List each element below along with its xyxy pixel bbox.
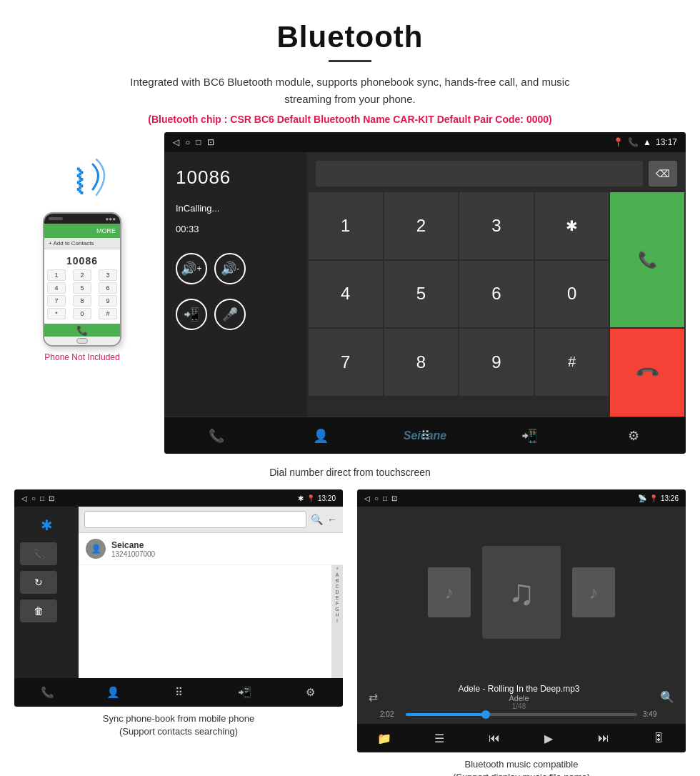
dial-key-0[interactable]: 0: [535, 261, 609, 328]
call-end-button[interactable]: 📞: [610, 329, 684, 417]
phone-add-contact: + Add to Contacts: [44, 238, 120, 249]
dialpad-input-row: ⌫: [307, 152, 686, 192]
bottom-transfer-button[interactable]: 📲: [511, 422, 547, 450]
dial-key-1[interactable]: 1: [309, 192, 383, 259]
music-prev-btn[interactable]: ⏮: [480, 725, 509, 751]
bottom-settings-button[interactable]: ⚙: [616, 422, 651, 450]
transfer-call-button[interactable]: 📲: [176, 299, 207, 330]
bottom-transfer-icon: 📲: [521, 428, 537, 444]
bluetooth-waves-icon: ⦚: [54, 154, 111, 204]
music-eq-icon: 🎛: [653, 732, 664, 745]
dial-key-5[interactable]: 5: [384, 261, 459, 328]
music-caption-line1: Bluetooth music compatible: [465, 759, 579, 770]
bottom-call-button[interactable]: 📞: [199, 422, 234, 450]
music-track-info: 1/48: [378, 702, 660, 710]
page-title: Bluetooth: [14, 20, 686, 54]
music-back-icon: ◁: [364, 494, 370, 502]
music-list-btn[interactable]: ☰: [425, 725, 454, 751]
phone-mockup: ●●● MORE + Add to Contacts 10086 123 456…: [43, 212, 121, 347]
backspace-button[interactable]: ⌫: [649, 161, 677, 186]
music-progress-handle[interactable]: [481, 710, 490, 719]
pb-back-icon: ◁: [21, 494, 27, 502]
pb-contact-info: Seicane 13241007000: [111, 540, 336, 558]
music-progress-bar[interactable]: [406, 713, 637, 716]
dial-key-4[interactable]: 4: [309, 261, 383, 328]
pb-bottom-transfer-icon: 📲: [238, 686, 251, 699]
mute-button[interactable]: 🎤: [214, 299, 246, 330]
car-main-content: 10086 InCalling... 00:33 🔊+ 🔊- 📲: [164, 152, 686, 417]
dial-key-6[interactable]: 6: [459, 261, 534, 328]
pb-sync-icon: ↻: [34, 577, 43, 588]
pb-bottom-contacts-btn[interactable]: 👤: [99, 680, 127, 705]
music-progress-row: 2:02 3:49: [369, 710, 674, 718]
music-screen: ◁ ○ □ ⊡ 📡 📍 13:26 ♪: [357, 489, 686, 752]
volume-up-button[interactable]: 🔊+: [176, 253, 207, 284]
music-shuffle-area: ⇄: [369, 690, 378, 704]
music-side-album-art-left: ♪: [428, 567, 471, 617]
volume-down-button[interactable]: 🔊-: [214, 253, 246, 284]
in-calling-text: InCalling...: [176, 203, 296, 214]
call-timer: 00:33: [176, 224, 296, 234]
pb-search-input[interactable]: [84, 511, 306, 528]
car-status-bar: ◁ ○ □ ⊡ 📍 📞 ▲ 13:17: [164, 132, 686, 152]
specs-line: (Bluetooth chip : CSR BC6 Default Blueto…: [14, 114, 686, 125]
music-folder-btn[interactable]: 📁: [370, 725, 399, 751]
pb-home-icon: ○: [31, 494, 36, 502]
call-accept-icon: 📞: [638, 251, 657, 269]
pb-bottom-contacts-icon: 👤: [106, 686, 120, 699]
pb-status-bar: ◁ ○ □ ⊡ ✱ 📍 13:20: [14, 489, 343, 507]
music-search-icon[interactable]: 🔍: [660, 691, 674, 703]
pb-sync-btn[interactable]: ↻: [20, 571, 57, 594]
music-note-icon-right: ♪: [589, 582, 599, 604]
call-accept-button[interactable]: 📞: [610, 192, 684, 327]
phone-image-column: ⦚ ●●● MORE + Add to Contacts 10086 123: [14, 132, 150, 362]
phone-dialpad: 10086 123 456 789 *0#: [44, 249, 120, 324]
page-header: Bluetooth Integrated with BC6 Bluetooth …: [0, 0, 700, 132]
pb-back-btn[interactable]: ←: [327, 514, 337, 525]
dialpad-grid: 1 2 3 ✱ 📞 4 5 6 0 7 8 9 #: [307, 192, 686, 417]
bottom-dialpad-button[interactable]: ⠿ Seicane: [407, 422, 443, 450]
pb-call-icon: 📞: [33, 548, 45, 559]
music-eq-btn[interactable]: 🎛: [644, 725, 673, 751]
music-shuffle-icon[interactable]: ⇄: [369, 691, 378, 703]
call-end-icon: 📞: [634, 359, 660, 386]
pb-bt-icon: ✱: [298, 494, 304, 502]
bottom-contacts-button[interactable]: 👤: [303, 422, 339, 450]
pb-location-icon: 📍: [306, 494, 315, 502]
pb-time: 13:20: [318, 494, 336, 502]
music-album-area: ♪ ♫ ♪: [357, 507, 686, 678]
pb-bottom-call-btn[interactable]: 📞: [33, 680, 61, 705]
pb-bottom-settings-btn[interactable]: ⚙: [296, 680, 324, 705]
dial-key-hash[interactable]: #: [535, 329, 609, 396]
pb-call-btn[interactable]: 📞: [20, 542, 57, 565]
dial-key-star[interactable]: ✱: [535, 192, 609, 259]
pb-delete-btn[interactable]: 🗑: [20, 600, 57, 622]
car-dialpad-panel: ⌫ 1 2 3 ✱ 📞 4 5 6 0: [307, 152, 686, 417]
pb-contacts-list: 🔍 ← 👤 Seicane 13241007000: [79, 507, 343, 678]
music-bottom-bar: 📁 ☰ ⏮ ▶ ⏭ 🎛: [357, 724, 686, 752]
bottom-settings-icon: ⚙: [628, 428, 639, 444]
pb-bottom-dialpad-btn[interactable]: ⠿: [164, 680, 193, 705]
dial-key-8[interactable]: 8: [384, 329, 459, 396]
dial-key-2[interactable]: 2: [384, 192, 459, 259]
music-next-btn[interactable]: ⏭: [589, 725, 618, 751]
music-progress-fill: [406, 713, 486, 716]
music-total-time: 3:49: [643, 710, 663, 718]
bluetooth-icon-area: ⦚: [54, 154, 111, 204]
pb-bottom-transfer-btn[interactable]: 📲: [230, 680, 259, 705]
dial-key-3[interactable]: 3: [459, 192, 534, 259]
dial-key-7[interactable]: 7: [309, 329, 383, 396]
pb-main-content: ✱ 📞 ↻ 🗑 🔍: [14, 507, 343, 678]
phone-home-bar: [44, 337, 120, 345]
dialpad-input-box[interactable]: [316, 161, 643, 186]
phone-call-bar[interactable]: 📞: [44, 324, 120, 337]
pb-contact-item: 👤 Seicane 13241007000: [79, 533, 343, 565]
dial-key-9[interactable]: 9: [459, 329, 534, 396]
music-note-icon-main: ♫: [508, 572, 535, 613]
music-play-btn[interactable]: ▶: [534, 725, 563, 751]
phonebook-col: ◁ ○ □ ⊡ ✱ 📍 13:20 ✱: [14, 489, 343, 776]
music-list-icon: ☰: [434, 732, 444, 745]
page-subtitle: Integrated with BC6 Bluetooth module, su…: [107, 74, 593, 108]
recent-nav-icon: □: [196, 137, 201, 147]
music-info-section: ⇄ Adele - Rolling In the Deep.mp3 Adele …: [357, 678, 686, 724]
